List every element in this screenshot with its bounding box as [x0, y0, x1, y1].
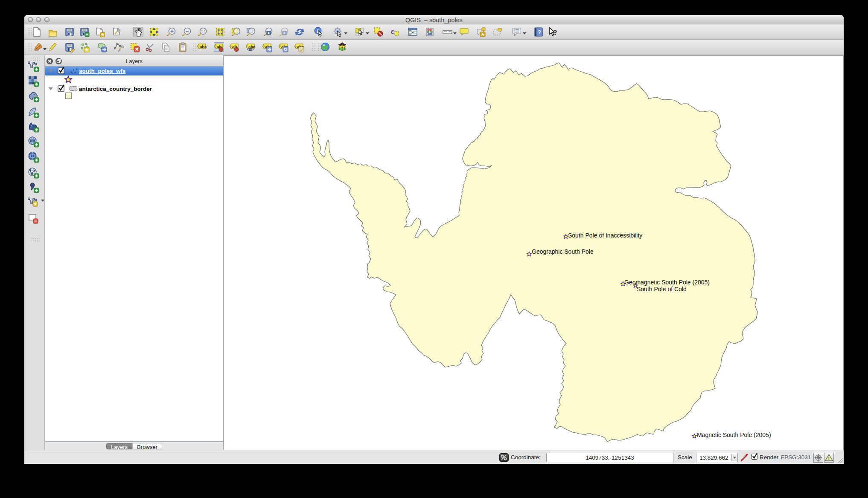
svg-text:abc: abc — [200, 44, 207, 49]
svg-text:South Pole of Cold: South Pole of Cold — [637, 286, 687, 292]
svg-text:1:1: 1:1 — [201, 29, 206, 33]
svg-text:Magnetic South Pole (2005): Magnetic South Pole (2005) — [697, 431, 771, 438]
svg-text:south_poles_wfs: south_poles_wfs — [79, 68, 126, 74]
svg-text:?: ? — [538, 29, 541, 35]
svg-text:South Pole of Inaccessibility: South Pole of Inaccessibility — [568, 232, 642, 239]
svg-text:?: ? — [553, 29, 557, 37]
svg-text:WM: WM — [30, 139, 35, 142]
svg-text:T: T — [516, 29, 518, 33]
svg-text:Geographic South Pole: Geographic South Pole — [532, 248, 594, 255]
svg-text:antarctica_country_border: antarctica_country_border — [79, 86, 152, 92]
svg-text:!: ! — [828, 456, 830, 461]
svg-text:ε: ε — [391, 27, 394, 35]
svg-text:Geomagnetic South Pole (2005): Geomagnetic South Pole (2005) — [624, 279, 710, 286]
